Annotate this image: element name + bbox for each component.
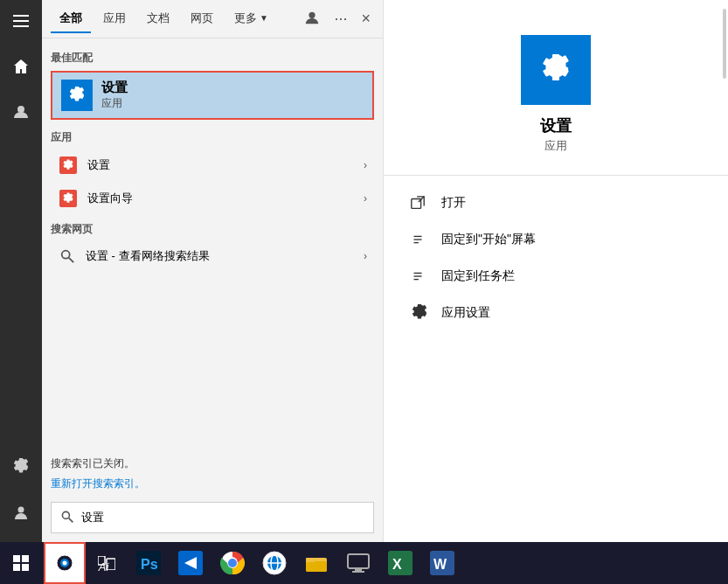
right-action-app-settings[interactable]: 应用设置 xyxy=(384,295,728,331)
pin-icon-2 xyxy=(410,268,426,284)
unknown-app-button[interactable] xyxy=(337,542,379,584)
svg-point-7 xyxy=(62,511,69,518)
tab-more[interactable]: 更多 ▼ xyxy=(225,5,277,33)
ai-label-area: Ai xyxy=(84,549,123,584)
search-panel: 全部 应用 文档 网页 更多 ▼ ··· × 最佳匹配 xyxy=(42,0,383,542)
tab-all[interactable]: 全部 xyxy=(51,5,91,33)
right-action-pin-start-label: 固定到"开始"屏幕 xyxy=(441,232,536,247)
more-arrow-icon: ▼ xyxy=(260,13,268,23)
pin-icon-1 xyxy=(410,232,426,247)
svg-point-2 xyxy=(309,11,315,17)
best-match-text: 设置 应用 xyxy=(101,80,128,111)
right-action-app-settings-label: 应用设置 xyxy=(441,305,490,321)
settings-icon-list xyxy=(58,155,79,176)
apps-section-label: 应用 xyxy=(51,130,374,145)
open-box-icon xyxy=(410,195,426,211)
right-panel-title: 设置 xyxy=(540,115,572,136)
pin-start-icon xyxy=(410,230,429,249)
list-item-settings-guide[interactable]: 设置向导 › xyxy=(51,182,374,215)
word-button[interactable]: W xyxy=(421,542,463,584)
person-tabs-icon xyxy=(304,10,320,25)
svg-line-8 xyxy=(69,518,73,522)
svg-rect-37 xyxy=(306,561,327,572)
svg-line-6 xyxy=(69,258,73,262)
tab-web[interactable]: 网页 xyxy=(182,5,222,33)
search-icon-list xyxy=(59,248,75,264)
gear-icon-sidebar xyxy=(11,457,31,476)
search-notice-text: 搜索索引已关闭。 xyxy=(51,457,135,469)
gear-icon-right-panel xyxy=(538,52,573,87)
right-panel: 设置 应用 打开 固定到"开始"屏幕 xyxy=(383,0,728,542)
tab-apps[interactable]: 应用 xyxy=(94,5,135,33)
tabs-bar: 全部 应用 文档 网页 更多 ▼ ··· × xyxy=(42,0,383,38)
gear-guide-icon-list xyxy=(59,190,77,207)
file-explorer-icon xyxy=(304,551,329,575)
svg-rect-19 xyxy=(13,564,20,571)
sidebar-bottom xyxy=(0,442,42,542)
best-match-icon-bg xyxy=(61,80,93,111)
search-notice-link[interactable]: 重新打开搜索索引。 xyxy=(51,477,145,490)
sidebar-settings-button[interactable] xyxy=(0,446,42,488)
right-action-open[interactable]: 打开 xyxy=(384,184,728,221)
excel-button[interactable]: X xyxy=(379,542,421,584)
more-options-button[interactable]: ··· xyxy=(330,6,350,32)
ie-button[interactable] xyxy=(253,542,295,584)
list-item-settings-guide-label: 设置向导 xyxy=(87,191,364,206)
home-icon xyxy=(12,58,30,75)
svg-rect-18 xyxy=(22,555,29,562)
right-action-open-label: 打开 xyxy=(441,195,466,211)
tabs-actions: ··· × xyxy=(301,6,374,32)
file-explorer-button[interactable] xyxy=(295,542,337,584)
svg-point-31 xyxy=(228,559,237,567)
svg-point-23 xyxy=(63,561,67,566)
svg-rect-39 xyxy=(348,554,369,568)
search-icon-bar xyxy=(60,510,74,524)
search-bar: 设置 xyxy=(51,502,374,533)
search-content: 最佳匹配 设置 应用 应用 设置 › xyxy=(42,38,383,446)
sidebar-home-button[interactable] xyxy=(0,45,42,87)
chrome-icon xyxy=(220,551,245,575)
search-web-icon xyxy=(58,247,77,266)
list-item-settings-guide-arrow: › xyxy=(364,192,367,205)
open-icon xyxy=(410,193,429,212)
scrollbar[interactable] xyxy=(723,9,726,79)
list-item-settings-arrow: › xyxy=(364,159,367,171)
svg-point-1 xyxy=(18,507,24,513)
right-panel-divider xyxy=(384,175,728,176)
list-item-settings-label: 设置 xyxy=(87,157,364,173)
sidebar-user-button[interactable] xyxy=(0,491,42,533)
chrome-button[interactable] xyxy=(211,542,253,584)
list-item-web-arrow: › xyxy=(364,250,367,262)
svg-text:Ps: Ps xyxy=(141,557,158,572)
right-action-pin-start[interactable]: 固定到"开始"屏幕 xyxy=(384,221,728,258)
best-match-title: 设置 xyxy=(101,80,128,96)
right-action-pin-taskbar[interactable]: 固定到任务栏 xyxy=(384,258,728,295)
svg-rect-38 xyxy=(306,558,315,562)
sidebar-account-button[interactable] xyxy=(0,91,42,133)
monitor-icon xyxy=(346,551,371,575)
list-item-settings[interactable]: 设置 › xyxy=(51,149,374,182)
arrow-app-button[interactable] xyxy=(170,542,211,584)
list-item-web-search[interactable]: 设置 - 查看网络搜索结果 › xyxy=(51,240,374,272)
cortana-icon xyxy=(56,554,73,572)
sidebar-menu-button[interactable] xyxy=(0,0,42,42)
right-panel-subtitle: 应用 xyxy=(544,138,567,154)
photoshop-button[interactable]: Ps xyxy=(128,542,170,584)
ai-text: Ai xyxy=(99,560,109,574)
search-bar-icon xyxy=(60,510,74,526)
taskbar: Ps xyxy=(0,542,728,584)
pin-taskbar-icon xyxy=(410,267,429,286)
search-taskbar-button[interactable] xyxy=(44,542,86,584)
start-button[interactable] xyxy=(0,542,42,584)
windows-logo-icon xyxy=(13,555,29,571)
gear-icon-best-match xyxy=(67,86,87,105)
gear-icon-action xyxy=(410,303,429,323)
close-button[interactable]: × xyxy=(357,6,374,32)
search-input[interactable]: 设置 xyxy=(81,510,364,525)
best-match-item[interactable]: 设置 应用 xyxy=(51,71,374,120)
person-action-button[interactable] xyxy=(301,6,323,32)
tab-docs[interactable]: 文档 xyxy=(138,5,178,33)
svg-point-0 xyxy=(17,106,24,113)
svg-text:W: W xyxy=(433,557,447,572)
svg-rect-20 xyxy=(22,564,29,571)
